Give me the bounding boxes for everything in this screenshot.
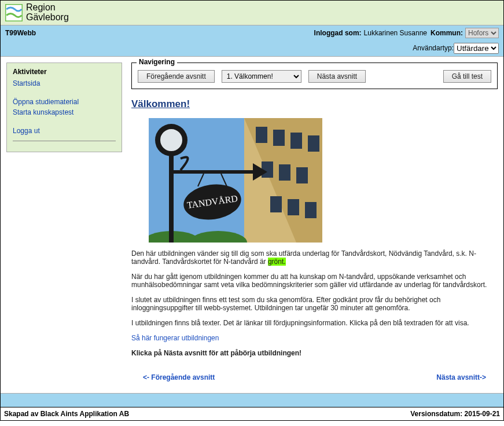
sidebar-title: Aktiviteter <box>13 68 116 76</box>
kommun-label: Kommun: <box>431 29 463 37</box>
sidebar-divider <box>13 141 116 141</box>
p1a: Den här utbildningen vänder sig till dig… <box>131 249 476 266</box>
navigation-legend: Navigering <box>137 58 177 66</box>
bottom-next-link[interactable]: Nästa avsnitt-> <box>436 373 486 381</box>
sidebar: Aktiviteter Startsida Öppna studiemateri… <box>6 63 122 152</box>
header-bar: Region Gävleborg <box>1 1 503 25</box>
p1-highlight: grönt. <box>268 258 286 266</box>
svg-rect-12 <box>288 199 299 215</box>
footer-right: Versionsdatum: 2015-09-21 <box>410 410 500 418</box>
kommun-select[interactable]: Hofors <box>465 28 499 38</box>
topbar: T99Webb Inloggad som: Lukkarinen Susanne… <box>1 25 503 41</box>
app-name: T99Webb <box>5 29 36 37</box>
logged-in-label: Inloggad som: <box>314 29 362 37</box>
svg-rect-16 <box>169 153 174 243</box>
p4: I utbildningen finns blå texter. Det är … <box>131 319 498 327</box>
footer-left: Skapad av Black Aints Applikation AB <box>4 410 129 418</box>
username-value: Lukkarinen Susanne <box>364 29 427 37</box>
svg-rect-7 <box>308 135 319 152</box>
bottom-blue-bar <box>1 393 503 407</box>
svg-rect-4 <box>256 127 267 143</box>
usertype-label: Användartyp: <box>413 44 454 52</box>
bottom-prev-link[interactable]: <- Föregående avsnitt <box>143 373 215 381</box>
svg-rect-5 <box>273 130 285 146</box>
footer: Skapad av Black Aints Applikation AB Ver… <box>1 407 503 420</box>
goto-test-button[interactable]: Gå till test <box>443 70 491 83</box>
sidebar-link-start[interactable]: Startsida <box>13 79 116 87</box>
sidebar-link-start-test[interactable]: Starta kunskapstest <box>13 108 116 116</box>
content-paragraphs: Den här utbildningen vänder sig till dig… <box>131 249 498 357</box>
svg-rect-11 <box>270 196 282 212</box>
tandvard-sign-illustration-icon: TANDVÅRD <box>149 118 322 243</box>
svg-rect-10 <box>296 167 308 183</box>
brand-line2: Gävleborg <box>26 12 69 22</box>
sidebar-link-logout[interactable]: Logga ut <box>13 127 116 135</box>
svg-rect-6 <box>290 133 302 149</box>
hero-image: TANDVÅRD <box>149 118 322 243</box>
svg-rect-0 <box>6 5 23 21</box>
svg-rect-9 <box>279 164 290 181</box>
section-select[interactable]: 1. Välkommen! <box>222 70 301 83</box>
svg-rect-13 <box>305 202 317 218</box>
page-title: Välkommen! <box>131 98 498 110</box>
next-section-button[interactable]: Nästa avsnitt <box>308 70 366 83</box>
p5: Klicka på Nästa avsnitt för att påbörja … <box>131 349 498 357</box>
prev-section-button[interactable]: Föregående avsnitt <box>138 70 215 83</box>
p3: I slutet av utbildningen finns ett test … <box>131 296 498 312</box>
navigation-fieldset: Navigering Föregående avsnitt 1. Välkomm… <box>131 63 498 89</box>
brand-logo: Region Gävleborg <box>5 3 69 23</box>
brand-line1: Region <box>26 3 69 13</box>
region-logo-icon <box>5 4 23 21</box>
how-it-works-link[interactable]: Så här fungerar utbildningen <box>131 334 219 342</box>
p2: När du har gått igenom utbildningen komm… <box>131 273 498 289</box>
usertype-select[interactable]: Utfärdare <box>454 43 499 54</box>
sidebar-link-open-study[interactable]: Öppna studiematerial <box>13 98 116 106</box>
svg-rect-17 <box>169 170 256 174</box>
topbar-secondary: Användartyp: Utfärdare <box>1 41 503 57</box>
